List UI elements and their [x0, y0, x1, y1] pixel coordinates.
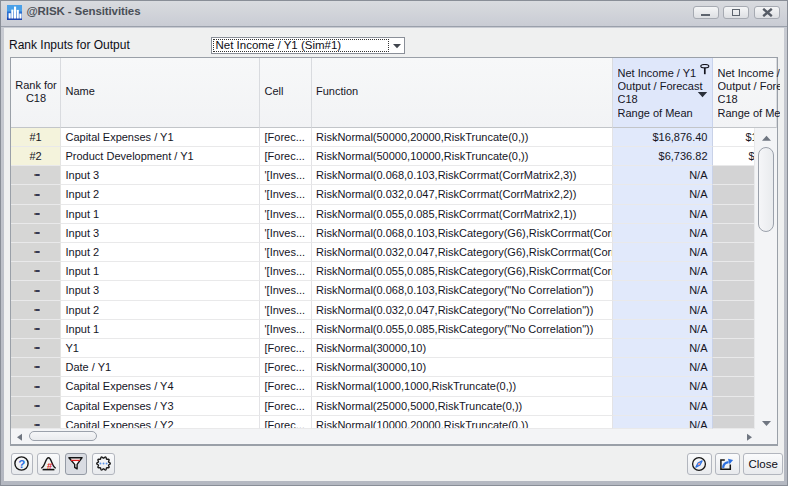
- svg-text:#: #: [47, 461, 53, 472]
- svg-text:?: ?: [18, 458, 25, 470]
